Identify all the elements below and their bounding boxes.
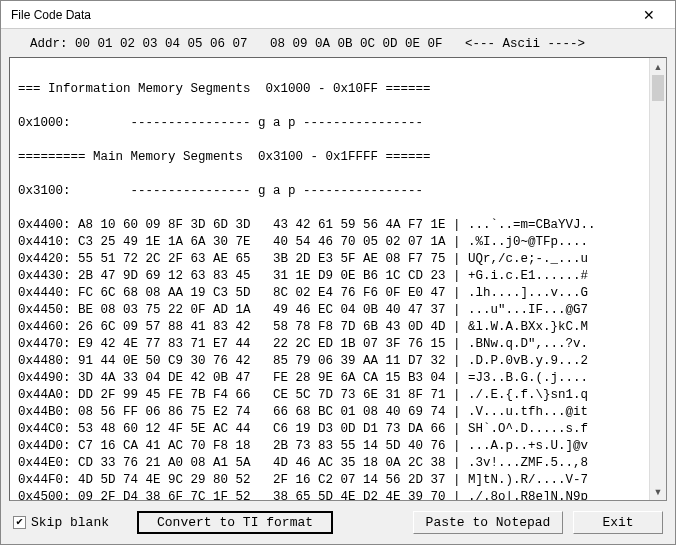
scroll-up-button[interactable]: ▲ xyxy=(650,58,666,75)
close-button[interactable]: ✕ xyxy=(631,4,667,26)
scroll-down-button[interactable]: ▼ xyxy=(650,483,666,500)
close-icon: ✕ xyxy=(643,7,655,23)
scroll-thumb[interactable] xyxy=(652,75,664,101)
skip-blank-checkbox-wrap[interactable]: ✔ Skip blank xyxy=(13,515,109,530)
convert-button[interactable]: Convert to TI format xyxy=(137,511,333,534)
hex-dump-panel: === Information Memory Segments 0x1000 -… xyxy=(9,57,667,501)
column-header: Addr: 00 01 02 03 04 05 06 07 08 09 0A 0… xyxy=(9,35,667,57)
title-bar: File Code Data ✕ xyxy=(1,1,675,29)
paste-notepad-button[interactable]: Paste to Notepad xyxy=(413,511,563,534)
skip-blank-checkbox[interactable]: ✔ xyxy=(13,516,26,529)
vertical-scrollbar[interactable]: ▲ ▼ xyxy=(649,58,666,500)
exit-button[interactable]: Exit xyxy=(573,511,663,534)
hex-dump-text: === Information Memory Segments 0x1000 -… xyxy=(10,58,649,500)
window-title: File Code Data xyxy=(11,8,91,22)
content-area: Addr: 00 01 02 03 04 05 06 07 08 09 0A 0… xyxy=(1,29,675,544)
skip-blank-label: Skip blank xyxy=(31,515,109,530)
bottom-toolbar: ✔ Skip blank Convert to TI format Paste … xyxy=(9,501,667,536)
